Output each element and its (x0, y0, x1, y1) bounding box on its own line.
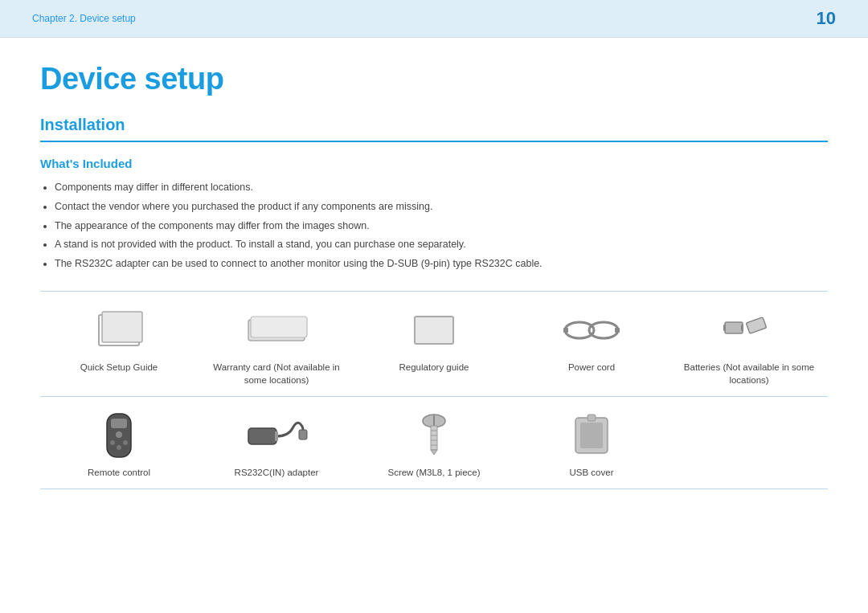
item-quick-setup-guide: Quick Setup Guide (40, 292, 198, 396)
item-screw: Screw (M3L8, 1 piece) (355, 397, 513, 488)
svg-point-16 (110, 440, 115, 445)
bullet-item: Components may differ in different locat… (55, 180, 828, 195)
svg-rect-4 (415, 317, 453, 344)
svg-rect-32 (588, 415, 596, 421)
screw-label: Screw (M3L8, 1 piece) (387, 466, 480, 479)
regulatory-guide-label: Regulatory guide (399, 361, 469, 374)
svg-rect-8 (615, 328, 620, 333)
screw-icon (402, 411, 466, 460)
remote-control-label: Remote control (88, 466, 150, 479)
item-power-cord: Power cord (513, 292, 670, 396)
svg-rect-11 (746, 317, 766, 334)
item-remote-control: Remote control (40, 397, 198, 488)
quick-setup-guide-icon (87, 306, 151, 354)
item-usb-cover: USB cover (513, 397, 670, 488)
page-wrapper: Chapter 2. Device setup 10 Device setup … (0, 0, 868, 613)
power-cord-label: Power cord (568, 361, 615, 374)
regulatory-guide-icon (402, 306, 466, 354)
top-bar: Chapter 2. Device setup 10 (0, 0, 868, 38)
power-cord-icon (559, 306, 624, 354)
svg-point-17 (123, 440, 128, 445)
bullet-item: The RS232C adapter can be used to connec… (55, 256, 828, 272)
bullet-item: A stand is not provided with the product… (55, 237, 828, 252)
warranty-card-icon (244, 306, 309, 354)
batteries-icon (717, 306, 781, 354)
svg-rect-10 (741, 325, 743, 331)
svg-rect-9 (725, 322, 743, 333)
usb-cover-icon (559, 411, 624, 460)
svg-rect-31 (580, 423, 603, 448)
svg-marker-29 (431, 450, 437, 455)
svg-rect-3 (251, 317, 307, 337)
svg-rect-1 (102, 312, 142, 342)
batteries-label: Batteries (Not available in some locatio… (678, 361, 820, 386)
bullet-item: Contact the vendor where you purchased t… (55, 199, 828, 215)
item-warranty-card: Warranty card (Not available in some loc… (198, 292, 355, 396)
items-row-2: Remote control (40, 397, 828, 489)
svg-rect-14 (111, 419, 127, 428)
rs232c-adapter-icon (244, 411, 309, 460)
remote-control-icon (87, 411, 151, 460)
item-rs232c-adapter: RS232C(IN) adapter (198, 397, 355, 488)
svg-rect-24 (431, 426, 437, 450)
svg-point-18 (117, 445, 121, 450)
rs232c-adapter-label: RS232C(IN) adapter (235, 466, 319, 479)
breadcrumb: Chapter 2. Device setup (32, 13, 136, 24)
page-title: Device setup (40, 62, 828, 96)
item-batteries: Batteries (Not available in some locatio… (670, 292, 828, 396)
section-title: Installation (40, 116, 828, 134)
svg-rect-20 (275, 431, 278, 441)
item-empty (670, 397, 828, 488)
items-grid: Quick Setup Guide Warranty card (Not ava… (40, 291, 828, 489)
subsection-title: What's Included (40, 157, 828, 170)
bullet-list: Components may differ in different locat… (55, 180, 828, 272)
section-divider (40, 141, 828, 142)
svg-rect-12 (723, 325, 726, 331)
svg-point-15 (116, 431, 122, 438)
quick-setup-guide-label: Quick Setup Guide (80, 361, 158, 374)
svg-rect-21 (299, 430, 307, 439)
items-row-1: Quick Setup Guide Warranty card (Not ava… (40, 292, 828, 397)
page-number: 10 (817, 8, 836, 29)
svg-rect-19 (248, 428, 276, 444)
main-content: Device setup Installation What's Include… (0, 38, 868, 613)
usb-cover-label: USB cover (570, 466, 614, 479)
item-regulatory-guide: Regulatory guide (355, 292, 513, 396)
warranty-card-label: Warranty card (Not available in some loc… (206, 361, 347, 386)
bullet-item: The appearance of the components may dif… (55, 219, 828, 234)
svg-rect-7 (563, 328, 568, 333)
